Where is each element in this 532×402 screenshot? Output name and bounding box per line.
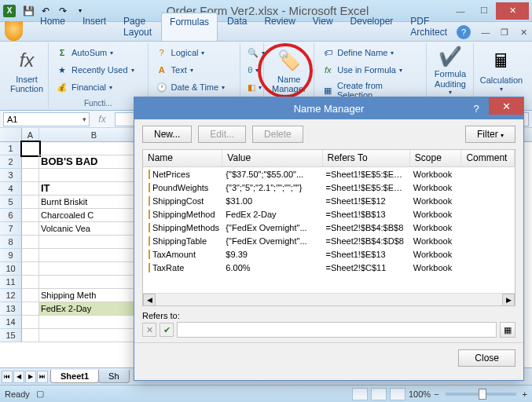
cell[interactable] (22, 316, 39, 329)
tab-home[interactable]: Home (32, 13, 73, 41)
scroll-right-button[interactable]: ▶ (502, 294, 515, 306)
cell[interactable] (22, 222, 39, 236)
insert-function-button[interactable]: fx Insert Function (8, 45, 46, 97)
tab-review[interactable]: Review (256, 13, 303, 41)
cell[interactable] (39, 236, 149, 249)
cell[interactable] (39, 316, 149, 329)
header-name[interactable]: Name (143, 150, 222, 166)
cell[interactable] (39, 169, 149, 182)
sheet-tab[interactable]: Sh (98, 370, 129, 383)
formula-auditing-button[interactable]: ✔️ Formula Auditing ▾ (431, 45, 469, 97)
cell[interactable]: FedEx 2-Day (39, 302, 149, 316)
tab-nav-prev[interactable]: ◀ (13, 371, 24, 383)
row-header[interactable]: 7 (0, 222, 22, 236)
header-scope[interactable]: Scope (410, 150, 462, 166)
name-list-row[interactable]: PoundWeights{"3";"5";"2.1";"";"";""}=She… (143, 181, 515, 194)
cell[interactable] (39, 276, 149, 289)
office-button[interactable] (5, 21, 23, 41)
zoom-level[interactable]: 100% (409, 389, 431, 399)
logical-button[interactable]: ?Logical▾ (153, 45, 236, 60)
zoom-in-button[interactable]: + (523, 389, 527, 399)
cell[interactable]: BOB'S BAD (39, 155, 149, 169)
tab-nav-last[interactable]: ⏭ (37, 371, 48, 383)
select-all-button[interactable] (0, 128, 22, 141)
tab-formulas[interactable]: Formulas (161, 13, 218, 41)
cell[interactable]: Charcoaled C (39, 209, 149, 222)
name-list-row[interactable]: ShippingCost$31.00=Sheet1!$E$12Workbook (143, 194, 515, 207)
name-manager-button[interactable]: 🏷️ Name Manager (269, 45, 309, 97)
date-time-button[interactable]: 🕐Date & Time▾ (153, 79, 236, 95)
tab-nav-first[interactable]: ⏮ (2, 371, 13, 383)
name-box[interactable]: A1 (3, 112, 90, 126)
row-header[interactable]: 3 (0, 169, 22, 182)
tab-developer[interactable]: Developer (343, 13, 402, 41)
cell[interactable] (22, 289, 39, 302)
tab-page-layout[interactable]: Page Layout (116, 13, 160, 41)
zoom-out-button[interactable]: − (434, 389, 438, 399)
name-list-row[interactable]: NetPrices{"$37.50";"$55.00"...=Sheet1!$E… (143, 167, 515, 181)
cell[interactable] (22, 302, 39, 316)
cell[interactable] (39, 142, 149, 155)
tab-insert[interactable]: Insert (75, 13, 114, 41)
math-button[interactable]: θ▾ (245, 62, 259, 78)
financial-button[interactable]: 💰Financial▾ (53, 79, 143, 95)
horizontal-scrollbar[interactable]: ◀ ▶ (143, 293, 515, 305)
sheet-tab[interactable]: Sheet1 (50, 370, 99, 383)
edit-button[interactable]: Edit... (198, 126, 246, 143)
cell[interactable] (22, 142, 39, 155)
name-list-row[interactable]: TaxRate6.00%=Sheet2!$C$11Workbook (143, 261, 515, 274)
accept-refers-button[interactable]: ✔ (160, 323, 174, 337)
tab-pdf-architect[interactable]: PDF Architect (402, 13, 455, 41)
row-header[interactable]: 1 (0, 142, 22, 155)
row-header[interactable]: 8 (0, 236, 22, 249)
row-header[interactable]: 10 (0, 262, 22, 276)
normal-view-button[interactable] (352, 388, 368, 400)
row-header[interactable]: 15 (0, 329, 22, 342)
cell[interactable] (22, 196, 39, 209)
range-picker-button[interactable]: ▦ (500, 322, 515, 338)
row-header[interactable]: 12 (0, 289, 22, 302)
text-button[interactable]: AText▾ (153, 62, 236, 78)
tab-nav-next[interactable]: ▶ (25, 371, 36, 383)
cell[interactable]: Shipping Meth (39, 289, 149, 302)
header-refers[interactable]: Refers To (323, 150, 410, 166)
name-list-row[interactable]: TaxAmount$9.39=Sheet1!$E$13Workbook (143, 247, 515, 261)
help-icon[interactable]: ? (457, 25, 471, 39)
name-list-row[interactable]: ShippingTable{"FedEx Overnight"...=Sheet… (143, 234, 515, 247)
new-button[interactable]: New... (142, 126, 192, 143)
tab-data[interactable]: Data (219, 13, 255, 41)
dialog-help-button[interactable]: ? (465, 100, 487, 117)
maximize-button[interactable]: ☐ (472, 2, 496, 20)
cell[interactable] (22, 155, 39, 169)
cell[interactable] (22, 249, 39, 262)
tab-view[interactable]: View (305, 13, 341, 41)
dialog-titlebar[interactable]: Name Manager ? ✕ (134, 97, 523, 119)
define-name-button[interactable]: 🏷Define Name▾ (319, 45, 421, 60)
calculation-button[interactable]: 🖩 Calculation ▾ (479, 45, 524, 97)
fx-label[interactable]: fx (93, 114, 112, 125)
row-header[interactable]: 9 (0, 249, 22, 262)
zoom-slider[interactable] (446, 393, 516, 396)
cell[interactable] (39, 262, 149, 276)
doc-close-button[interactable]: ✕ (515, 24, 532, 41)
cell[interactable]: Volcanic Vea (39, 222, 149, 236)
row-header[interactable]: 5 (0, 196, 22, 209)
recently-used-button[interactable]: ★Recently Used▾ (53, 62, 143, 78)
row-header[interactable]: 2 (0, 155, 22, 169)
cell[interactable]: IT (39, 182, 149, 196)
doc-restore-button[interactable]: ❐ (496, 24, 513, 41)
doc-minimize-button[interactable]: — (477, 24, 494, 41)
name-list-row[interactable]: ShippingMethods{"FedEx Overnight"...=She… (143, 221, 515, 234)
page-break-view-button[interactable] (390, 388, 405, 400)
lookup-button[interactable]: 🔍▾ (245, 45, 259, 60)
page-layout-view-button[interactable] (371, 388, 387, 400)
header-comment[interactable]: Comment (461, 150, 515, 166)
name-list-row[interactable]: ShippingMethodFedEx 2-Day=Sheet1!$B$13Wo… (143, 207, 515, 221)
close-button[interactable]: ✕ (496, 2, 529, 20)
row-header[interactable]: 13 (0, 302, 22, 316)
column-header[interactable]: B (39, 128, 149, 141)
cell[interactable] (39, 249, 149, 262)
macro-record-icon[interactable]: ▢ (36, 389, 44, 399)
cell[interactable] (22, 209, 39, 222)
cell[interactable] (22, 236, 39, 249)
